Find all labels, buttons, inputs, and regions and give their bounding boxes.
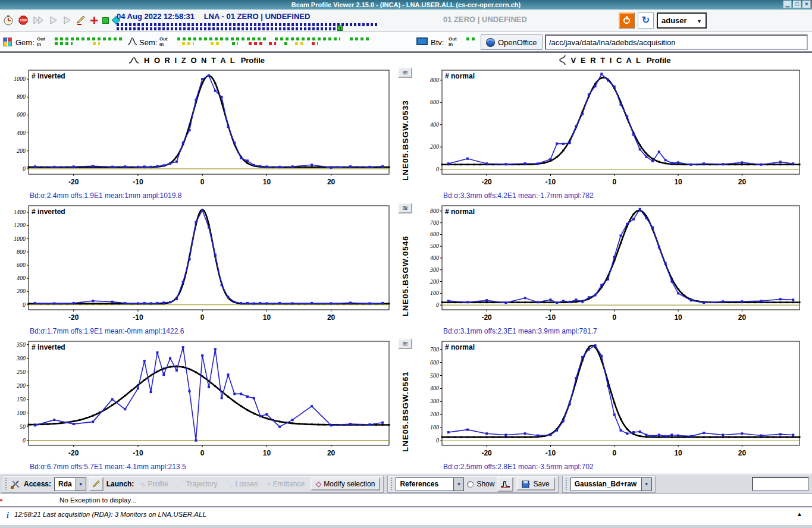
- horizontal-title: H O R I Z O N T A L: [144, 56, 236, 65]
- svg-text:-20: -20: [68, 313, 79, 322]
- svg-text:10: 10: [263, 449, 271, 457]
- chevron-down-icon[interactable]: [76, 478, 86, 491]
- stop-icon[interactable]: STOP: [18, 15, 29, 26]
- launch-profile-button[interactable]: ∿ Profile: [137, 479, 171, 489]
- svg-text:0: 0: [436, 437, 439, 444]
- user-dropdown[interactable]: aduser: [657, 12, 707, 29]
- svg-text:500: 500: [430, 372, 439, 379]
- drag-handle-icon[interactable]: [5, 478, 7, 490]
- btv-status-strip: [466, 37, 475, 40]
- drag-handle-icon[interactable]: [566, 478, 568, 490]
- svg-text:200: 200: [17, 147, 26, 154]
- svg-text:10: 10: [263, 313, 271, 322]
- gem-out-in[interactable]: Out In: [37, 36, 52, 47]
- modify-selection-button[interactable]: ◇ Modify selection: [311, 477, 380, 491]
- titlebar: Beam Profile Viewer 2.15.0 - (INCA) - LN…: [0, 0, 812, 10]
- references-dropdown[interactable]: References: [396, 477, 464, 491]
- svg-text:800: 800: [430, 208, 439, 214]
- show-label: Show: [476, 480, 494, 488]
- pencil-icon: [92, 480, 101, 488]
- chevron-down-icon[interactable]: [453, 478, 463, 491]
- monitor-row-0533: 02004006008001000-20-1001020# inverted B…: [0, 67, 812, 203]
- show-radio[interactable]: [467, 481, 474, 488]
- maximize-icon[interactable]: [793, 1, 801, 8]
- access-value: Rda: [55, 478, 76, 491]
- svg-text:20: 20: [738, 449, 747, 457]
- plane-headers: H O R I Z O N T A L Profile V E R T I C …: [0, 53, 812, 67]
- vertical-title: V E R T I C A L: [571, 56, 642, 65]
- info-bar: i 12:58:21 Last acquisition (RDA): 3 Mon…: [0, 507, 812, 525]
- svg-text:0: 0: [23, 301, 26, 308]
- svg-text:600: 600: [430, 99, 439, 105]
- acquisition-path-input[interactable]: [545, 34, 808, 50]
- play-once-icon[interactable]: [62, 15, 72, 25]
- vertical-profile-icon: [559, 55, 566, 65]
- profile-chart-h-0561: 050100150200250300350-20-1001020# invert…: [4, 338, 393, 460]
- message-field[interactable]: [752, 477, 809, 491]
- refresh-button[interactable]: ↻: [638, 12, 654, 29]
- power-button[interactable]: [619, 12, 635, 29]
- svg-text:10: 10: [263, 178, 271, 186]
- sem-profile-icon: [127, 37, 137, 46]
- add-icon[interactable]: [90, 16, 98, 24]
- svg-text:-20: -20: [68, 178, 79, 186]
- collapse-row-button[interactable]: [398, 338, 412, 349]
- user-dropdown-value: aduser: [661, 16, 687, 25]
- launch-trajectory-button[interactable]: ⋰ Trajectory: [174, 479, 221, 489]
- scroll-up-icon[interactable]: [797, 511, 802, 517]
- chevron-down-icon[interactable]: [641, 478, 651, 491]
- minimize-icon[interactable]: [783, 1, 792, 8]
- horizontal-header: H O R I Z O N T A L Profile: [0, 56, 393, 65]
- access-dropdown[interactable]: Rda: [54, 477, 86, 491]
- svg-text:1000: 1000: [14, 235, 26, 242]
- svg-text:300: 300: [16, 355, 26, 362]
- btv-out-in[interactable]: Out In: [449, 36, 464, 47]
- svg-text:0: 0: [612, 449, 616, 457]
- losses-icon: ⋱: [227, 480, 233, 488]
- svg-text:600: 600: [17, 111, 26, 118]
- edit-pen-icon[interactable]: [76, 15, 86, 25]
- svg-text:0: 0: [23, 437, 26, 444]
- monitor-grid-icon[interactable]: [3, 37, 12, 46]
- svg-text:10: 10: [674, 313, 682, 322]
- svg-text:# inverted: # inverted: [32, 343, 65, 351]
- fit-stats: Bd:σ:1.7mm offs:1.9E1 mean:-0mm ampl:142…: [30, 327, 393, 335]
- cycle-secondary-label: 01 ZERO | UNDEFINED: [443, 15, 527, 24]
- fit-mode-group: Gaussian_Bd+raw: [562, 476, 656, 493]
- svg-text:-10: -10: [545, 178, 556, 186]
- collapse-row-button[interactable]: [398, 203, 412, 213]
- svg-text:# inverted: # inverted: [32, 72, 65, 80]
- fast-forward-icon[interactable]: [33, 15, 45, 25]
- last-acquisition-text: 12:58:21 Last acquisition (RDA): 3 Monit…: [14, 511, 206, 518]
- svg-text:300: 300: [429, 266, 439, 273]
- launch-losses-button[interactable]: ⋱ Losses: [224, 479, 261, 489]
- status-green-icon: [102, 17, 109, 24]
- sem-out-in[interactable]: Out In: [159, 36, 175, 47]
- edit-access-button[interactable]: [89, 477, 104, 491]
- gem-status-strip: [55, 37, 124, 45]
- reference-plot-icon: [500, 480, 510, 488]
- drag-handle-icon[interactable]: [391, 478, 393, 490]
- fit-mode-dropdown[interactable]: Gaussian_Bd+raw: [570, 477, 652, 491]
- svg-text:1400: 1400: [14, 209, 26, 215]
- tools-icon[interactable]: [10, 479, 21, 489]
- fit-stats: Bd:σ:6.7mm offs:5.7E1 mean:-4.1mm ampl:2…: [30, 463, 393, 471]
- svg-text:20: 20: [327, 449, 336, 457]
- timing-clock-icon[interactable]: [3, 15, 14, 26]
- close-icon[interactable]: [802, 1, 811, 8]
- svg-text:-20: -20: [481, 313, 492, 322]
- fit-stats: Bd:σ:2.5mm offs:2.8E1 mean:-3.5mm ampl:7…: [443, 463, 812, 471]
- svg-text:400: 400: [17, 130, 26, 136]
- launch-emittance-button[interactable]: ⌗ Emittance: [264, 479, 308, 489]
- overlay-reference-button[interactable]: [497, 477, 513, 492]
- svg-text:# normal: # normal: [445, 208, 475, 216]
- svg-text:0: 0: [200, 178, 205, 186]
- svg-text:20: 20: [738, 313, 747, 322]
- openoffice-button[interactable]: OpenOffice: [481, 34, 543, 50]
- acquisition-datetime: 04 Aug 2022 12:58:31: [117, 12, 195, 21]
- collapse-row-button[interactable]: [398, 67, 412, 78]
- exception-text: No Exception to display...: [59, 496, 136, 504]
- play-icon[interactable]: [49, 15, 58, 25]
- save-reference-button[interactable]: Save: [516, 477, 554, 491]
- svg-text:0: 0: [436, 166, 439, 172]
